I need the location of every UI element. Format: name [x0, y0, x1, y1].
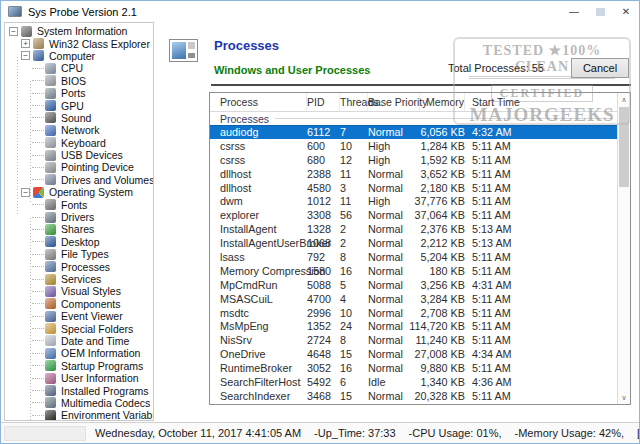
- process-row-InstallAgent[interactable]: InstallAgent13282Normal2,376 KB5:13 AM: [210, 222, 617, 236]
- scroll-up-icon[interactable]: ∧: [618, 93, 630, 106]
- sidebar-item-fonts[interactable]: Fonts: [5, 198, 153, 210]
- sidebar-item-services[interactable]: Services: [5, 273, 153, 285]
- sidebar-item-components[interactable]: Components: [5, 298, 153, 310]
- sidebar-item-bios[interactable]: BIOS: [5, 75, 153, 87]
- sidebar-item-system-information[interactable]: −System Information: [5, 25, 153, 37]
- sidebar-item-drivers[interactable]: Drivers: [5, 211, 153, 223]
- cell-process: csrss: [210, 154, 307, 166]
- column-header-memory[interactable]: Memory: [420, 93, 465, 111]
- process-row-SearchIndexer[interactable]: SearchIndexer346815Normal20,328 KB5:11 A…: [210, 389, 617, 403]
- app-window: Sys Probe Version 2.1 — ✕ −System Inform…: [0, 0, 640, 444]
- cell-start: 5:11 AM: [465, 307, 617, 319]
- scrollbar-thumb[interactable]: [619, 107, 629, 187]
- scroll-down-icon[interactable]: ∨: [618, 391, 630, 404]
- sidebar-item-startup-programs[interactable]: Startup Programs: [5, 360, 153, 372]
- cell-process: dllhost: [210, 182, 307, 194]
- cell-pid: 792: [307, 251, 340, 263]
- sidebar-item-keyboard[interactable]: Keyboard: [5, 137, 153, 149]
- sidebar-item-computer[interactable]: −Computer: [5, 50, 153, 62]
- sidebar-item-environment-variables[interactable]: Environment Variables: [5, 409, 153, 421]
- process-row-RuntimeBroker[interactable]: RuntimeBroker305216Normal9,880 KB5:11 AM: [210, 361, 617, 375]
- process-row-MsMpEng[interactable]: MsMpEng135224Normal114,720 KB5:11 AM: [210, 319, 617, 333]
- sidebar-item-installed-programs[interactable]: Installed Programs: [5, 384, 153, 396]
- cell-start: 5:13 AM: [465, 223, 617, 235]
- cell-pid: 3468: [307, 390, 340, 402]
- sidebar-item-network[interactable]: Network: [5, 124, 153, 136]
- tree-connector: [32, 353, 44, 354]
- vertical-scrollbar[interactable]: ∧ ∨: [617, 93, 630, 404]
- cell-priority: Idle: [368, 376, 420, 388]
- sidebar-item-processes[interactable]: Processes: [5, 260, 153, 272]
- process-row-audiodg[interactable]: audiodg61127Normal6,056 KB4:32 AM: [210, 125, 617, 139]
- column-header-process[interactable]: Process: [210, 93, 307, 111]
- process-row-SearchFilterHost[interactable]: SearchFilterHost54926Idle1,340 KB4:36 AM: [210, 375, 617, 389]
- process-row-explorer[interactable]: explorer330856Normal37,064 KB5:11 AM: [210, 208, 617, 222]
- cell-start: 5:11 AM: [465, 251, 617, 263]
- sidebar-item-operating-system[interactable]: −Operating System: [5, 186, 153, 198]
- process-row-MpCmdRun[interactable]: MpCmdRun50885Normal3,256 KB4:31 AM: [210, 278, 617, 292]
- process-row-dwm[interactable]: dwm101211High37,776 KB5:11 AM: [210, 194, 617, 208]
- process-row-InstallAgentUserBroker[interactable]: InstallAgentUserBroker10682Normal2,212 K…: [210, 236, 617, 250]
- close-button[interactable]: ✕: [613, 1, 639, 22]
- tree-connector: [32, 217, 44, 218]
- cancel-button[interactable]: Cancel: [571, 58, 629, 78]
- sidebar-item-label: Shares: [61, 223, 94, 235]
- tree-connector: [32, 328, 44, 329]
- process-row-NisSrv[interactable]: NisSrv27248Normal11,240 KB5:11 AM: [210, 333, 617, 347]
- process-row-OneDrive[interactable]: OneDrive464815Normal27,008 KB4:34 AM: [210, 347, 617, 361]
- minimize-button[interactable]: —: [561, 1, 587, 22]
- process-row-MSASCuiL[interactable]: MSASCuiL47004Normal3,284 KB5:11 AM: [210, 292, 617, 306]
- cell-memory: 6,056 KB: [420, 126, 465, 138]
- sidebar-item-gpu[interactable]: GPU: [5, 99, 153, 111]
- group-rule: [275, 118, 613, 119]
- sidebar-item-date-and-time[interactable]: Date and Time: [5, 335, 153, 347]
- sidebar-item-cpu[interactable]: CPU: [5, 62, 153, 74]
- column-header-base-priority[interactable]: Base Priority: [368, 93, 420, 111]
- maximize-button[interactable]: [587, 1, 613, 22]
- sidebar-item-label: Components: [61, 298, 121, 310]
- cell-memory: 27,008 KB: [420, 348, 465, 360]
- process-row-msdtc[interactable]: msdtc299610Normal2,708 KB5:11 AM: [210, 306, 617, 320]
- sidebar-item-ports[interactable]: Ports: [5, 87, 153, 99]
- sidebar-item-shares[interactable]: Shares: [5, 223, 153, 235]
- cell-threads: 12: [340, 154, 368, 166]
- tree-connector: [32, 241, 44, 242]
- monitor-screen-icon: [172, 42, 186, 59]
- sidebar-item-drives-and-volumes[interactable]: Drives and Volumes: [5, 174, 153, 186]
- sidebar-item-label: Operating System: [49, 186, 133, 198]
- sidebar-item-usb-devices[interactable]: USB Devices: [5, 149, 153, 161]
- environment-variables-icon: [45, 410, 56, 421]
- cell-memory: 2,212 KB: [420, 237, 465, 249]
- tree-connector: [32, 415, 44, 416]
- cell-start: 5:11 AM: [465, 168, 617, 180]
- process-row-csrss[interactable]: csrss68012High1,592 KB5:11 AM: [210, 153, 617, 167]
- sidebar-item-event-viewer[interactable]: Event Viewer: [5, 310, 153, 322]
- process-row-dllhost[interactable]: dllhost45803Normal2,180 KB5:11 AM: [210, 181, 617, 195]
- collapse-toggle-icon[interactable]: −: [21, 51, 30, 60]
- process-row-csrss[interactable]: csrss60010High1,284 KB5:11 AM: [210, 139, 617, 153]
- column-header-start-time[interactable]: Start Time: [465, 93, 617, 111]
- column-header-threads[interactable]: Threads: [340, 93, 368, 111]
- cell-process: NisSrv: [210, 334, 307, 346]
- sidebar-item-special-folders[interactable]: Special Folders: [5, 322, 153, 334]
- sidebar-item-oem-information[interactable]: OEM Information: [5, 347, 153, 359]
- bios-icon: [45, 75, 56, 86]
- sidebar-item-file-types[interactable]: File Types: [5, 248, 153, 260]
- process-row-Memory Compression[interactable]: Memory Compression158016Normal180 KB5:11…: [210, 264, 617, 278]
- sidebar-item-user-information[interactable]: User Information: [5, 372, 153, 384]
- process-row-lsass[interactable]: lsass7928Normal5,204 KB5:11 AM: [210, 250, 617, 264]
- column-header-pid[interactable]: PID: [307, 93, 340, 111]
- sidebar-item-visual-styles[interactable]: Visual Styles: [5, 285, 153, 297]
- collapse-toggle-icon[interactable]: −: [9, 27, 18, 36]
- drivers-icon: [45, 212, 56, 223]
- process-row-dllhost[interactable]: dllhost238811Normal3,652 KB5:11 AM: [210, 167, 617, 181]
- collapse-toggle-icon[interactable]: −: [21, 188, 30, 197]
- cell-pid: 2388: [307, 168, 340, 180]
- sidebar-item-sound[interactable]: Sound: [5, 112, 153, 124]
- cell-process: csrss: [210, 140, 307, 152]
- sidebar-item-desktop[interactable]: Desktop: [5, 236, 153, 248]
- sidebar-item-multimedia-codecs[interactable]: Multimedia Codecs: [5, 397, 153, 409]
- sidebar-item-win32-class-explorer[interactable]: +Win32 Class Explorer: [5, 37, 153, 49]
- expand-toggle-icon[interactable]: +: [21, 39, 30, 48]
- sidebar-item-pointing-device[interactable]: Pointing Device: [5, 161, 153, 173]
